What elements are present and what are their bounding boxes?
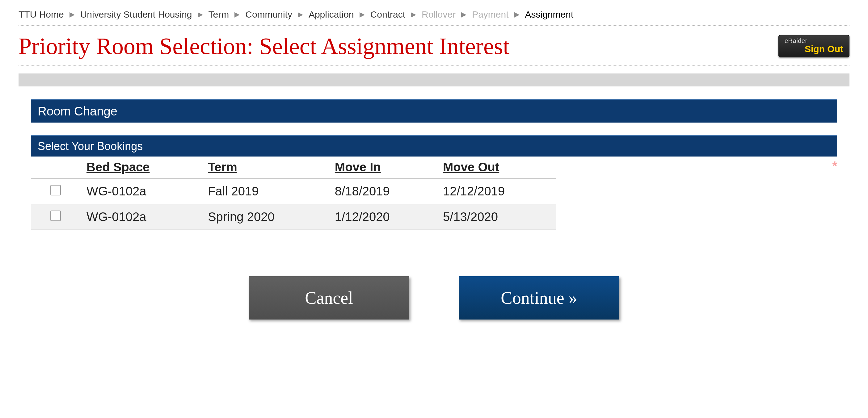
crumb-term[interactable]: Term — [209, 9, 229, 20]
cell-bed-space: WG-0102a — [80, 178, 202, 204]
crumb-contract[interactable]: Contract — [370, 9, 405, 20]
chevron-right-icon: ▶ — [69, 11, 75, 18]
chevron-right-icon: ▶ — [360, 11, 365, 18]
sign-out-button[interactable]: eRaider Sign Out — [778, 35, 849, 57]
crumb-housing[interactable]: University Student Housing — [80, 9, 192, 20]
col-term[interactable]: Term — [202, 157, 329, 179]
section-header-room-change: Room Change — [31, 99, 837, 123]
table-header-row: Bed Space Term Move In Move Out — [31, 157, 556, 179]
col-move-in[interactable]: Move In — [329, 157, 437, 179]
cell-move-in: 8/18/2019 — [329, 178, 437, 204]
col-move-out[interactable]: Move Out — [437, 157, 556, 179]
booking-checkbox[interactable] — [50, 185, 61, 195]
page-title: Priority Room Selection: Select Assignme… — [19, 33, 509, 59]
section-header-select-bookings: Select Your Bookings — [31, 135, 837, 157]
cell-move-in: 1/12/2020 — [329, 204, 437, 230]
chevron-right-icon: ▶ — [235, 11, 240, 18]
cell-term: Spring 2020 — [202, 204, 329, 230]
crumb-community[interactable]: Community — [245, 9, 292, 20]
cell-move-out: 5/13/2020 — [437, 204, 556, 230]
booking-checkbox[interactable] — [50, 211, 61, 221]
table-row: WG-0102a Fall 2019 8/18/2019 12/12/2019 — [31, 178, 556, 204]
crumb-assignment: Assignment — [525, 9, 574, 20]
chevron-right-icon: ▶ — [411, 11, 416, 18]
crumb-rollover: Rollover — [422, 9, 456, 20]
cell-term: Fall 2019 — [202, 178, 329, 204]
chevron-right-icon: ▶ — [298, 11, 303, 18]
col-bed-space[interactable]: Bed Space — [80, 157, 202, 179]
cancel-button[interactable]: Cancel — [249, 276, 409, 320]
divider-bar — [19, 73, 849, 87]
chevron-right-icon: ▶ — [198, 11, 203, 18]
continue-button[interactable]: Continue » — [459, 276, 619, 320]
table-row: WG-0102a Spring 2020 1/12/2020 5/13/2020 — [31, 204, 556, 230]
sign-out-label: Sign Out — [784, 44, 843, 54]
chevron-right-icon: ▶ — [461, 11, 466, 18]
chevron-right-icon: ▶ — [514, 11, 520, 18]
cell-bed-space: WG-0102a — [80, 204, 202, 230]
bookings-table: Bed Space Term Move In Move Out WG-0102a… — [31, 157, 556, 230]
cell-move-out: 12/12/2019 — [437, 178, 556, 204]
crumb-application[interactable]: Application — [309, 9, 354, 20]
breadcrumb: TTU Home ▶ University Student Housing ▶ … — [19, 9, 849, 26]
crumb-ttu-home[interactable]: TTU Home — [19, 9, 64, 20]
eraider-brand-label: eRaider — [784, 37, 843, 44]
crumb-payment: Payment — [472, 9, 508, 20]
asterisk-icon: * — [832, 159, 837, 173]
